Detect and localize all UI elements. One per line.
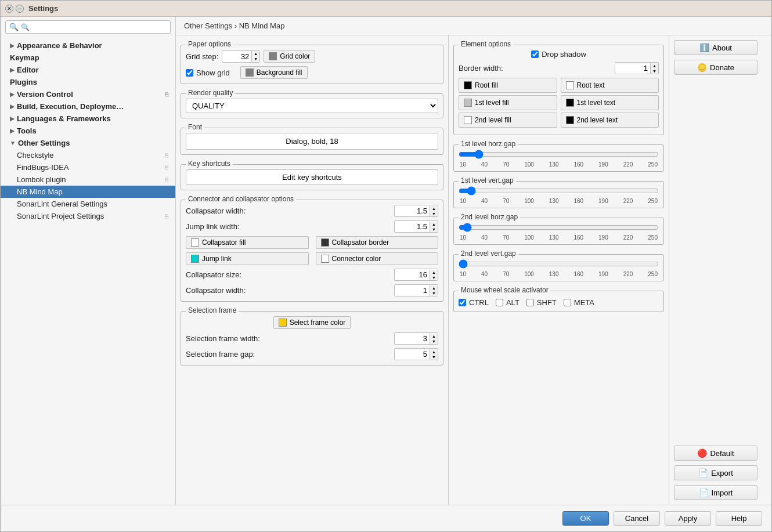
grid-color-button[interactable]: Grid color [264, 50, 315, 63]
export-button[interactable]: 📄 Export [674, 465, 757, 480]
donate-button[interactable]: 🪙 Donate [674, 60, 757, 75]
level2-vert-slider[interactable] [459, 259, 659, 269]
level1-horz-slider[interactable] [459, 150, 659, 159]
border-width-input[interactable] [615, 63, 650, 74]
frame-gap-spinner[interactable]: ▲ ▼ [394, 348, 438, 360]
border-width-up[interactable]: ▲ [651, 63, 658, 68]
collapsator-width2-up[interactable]: ▲ [430, 285, 438, 291]
drop-shadow-row: Drop shadow [459, 50, 659, 59]
level2-fill-button[interactable]: 2nd level fill [459, 113, 557, 128]
root-text-button[interactable]: Root text [561, 78, 659, 93]
sidebar-item-languages[interactable]: ▶ Languages & Frameworks [1, 113, 175, 125]
edit-shortcuts-button[interactable]: Edit key shortcuts [186, 169, 438, 185]
frame-width-spinner[interactable]: ▲ ▼ [394, 332, 438, 345]
collapsator-width-up[interactable]: ▲ [430, 206, 438, 211]
frame-width-up[interactable]: ▲ [430, 334, 438, 339]
sidebar-item-sonarlint-general[interactable]: SonarLint General Settings [1, 198, 175, 210]
sidebar-item-keymap[interactable]: Keymap [1, 52, 175, 64]
drop-shadow-checkbox[interactable] [531, 50, 539, 58]
shft-checkbox-wrap[interactable]: SHFT [526, 298, 557, 307]
grid-step-spinner[interactable]: ▲ ▼ [222, 50, 260, 63]
search-input[interactable] [21, 23, 167, 31]
alt-checkbox-wrap[interactable]: ALT [496, 298, 520, 307]
root-fill-button[interactable]: Root fill [459, 78, 557, 93]
select-frame-color-button[interactable]: Select frame color [273, 316, 351, 329]
collapsator-width2-spinner[interactable]: ▲ ▼ [394, 284, 438, 296]
show-grid-row: Show grid Background fill [186, 66, 438, 79]
ctrl-checkbox-wrap[interactable]: CTRL [459, 298, 489, 307]
shft-checkbox[interactable] [526, 299, 534, 306]
grid-step-input[interactable] [222, 51, 251, 62]
sidebar-item-lombok[interactable]: Lombok plugin ⎘ [1, 173, 175, 186]
copy-icon: ⎘ [165, 213, 168, 219]
arrow-icon: ▶ [10, 91, 15, 97]
sidebar-item-nb-mind-map[interactable]: NB Mind Map [1, 186, 175, 198]
level1-vert-slider[interactable] [459, 186, 659, 196]
grid-step-down[interactable]: ▼ [252, 56, 259, 61]
background-fill-button[interactable]: Background fill [240, 66, 308, 79]
show-grid-checkbox[interactable] [186, 69, 193, 77]
jump-link-width-down[interactable]: ▼ [430, 227, 438, 232]
import-button[interactable]: 📄 Import [674, 485, 757, 500]
default-button[interactable]: 🔴 Default [674, 446, 757, 461]
collapsator-size-input[interactable] [395, 269, 430, 280]
drop-shadow-checkbox-wrap[interactable]: Drop shadow [531, 50, 586, 59]
cancel-button[interactable]: Cancel [614, 511, 660, 526]
minimize-button[interactable]: ─ [16, 5, 24, 13]
collapsator-width-down[interactable]: ▼ [430, 211, 438, 216]
level1-text-label: 1st level text [577, 99, 616, 107]
show-grid-checkbox-wrap[interactable]: Show grid [186, 68, 230, 77]
close-button[interactable]: ✕ [5, 5, 13, 13]
border-width-down[interactable]: ▼ [651, 68, 658, 74]
jump-link-button[interactable]: Jump link [186, 252, 309, 265]
connector-color-button[interactable]: Connector color [316, 252, 439, 265]
sidebar-item-checkstyle[interactable]: Checkstyle ⎘ [1, 149, 175, 161]
collapsator-size-down[interactable]: ▼ [430, 275, 438, 280]
export-label: Export [711, 469, 733, 477]
frame-gap-up[interactable]: ▲ [430, 349, 438, 354]
sidebar-item-findbugs[interactable]: FindBugs-IDEA ⎘ [1, 161, 175, 173]
frame-width-down[interactable]: ▼ [430, 339, 438, 344]
search-box[interactable]: 🔍 [5, 20, 171, 34]
sidebar-item-appearance[interactable]: ▶ Appearance & Behavior [1, 39, 175, 52]
render-quality-select[interactable]: QUALITY SPEED DEFAULT [186, 99, 438, 113]
border-width-spinner[interactable]: ▲ ▼ [615, 62, 659, 74]
collapsator-width-input[interactable] [395, 205, 430, 216]
sidebar-item-version-control[interactable]: ▶ Version Control ⎘ [1, 88, 175, 100]
collapsator-width-spinner[interactable]: ▲ ▼ [394, 205, 438, 217]
default-icon: 🔴 [697, 448, 707, 458]
frame-width-input[interactable] [395, 333, 430, 344]
level2-text-button[interactable]: 2nd level text [561, 113, 659, 128]
ok-button[interactable]: OK [562, 511, 609, 526]
collapsator-fill-button[interactable]: Collapsator fill [186, 236, 309, 249]
collapsator-size-spinner[interactable]: ▲ ▼ [394, 269, 438, 281]
jump-link-width-spinner[interactable]: ▲ ▼ [394, 220, 438, 233]
sidebar-item-other-settings[interactable]: ▼ Other Settings [1, 137, 175, 149]
apply-button[interactable]: Apply [665, 511, 711, 526]
sidebar-item-sonarlint-project[interactable]: SonarLint Project Settings ⎘ [1, 210, 175, 222]
meta-checkbox-wrap[interactable]: META [564, 298, 594, 307]
collapsator-border-button[interactable]: Collapsator border [316, 236, 439, 249]
alt-checkbox[interactable] [496, 299, 503, 306]
frame-gap-input[interactable] [395, 349, 430, 360]
sidebar-item-tools[interactable]: ▶ Tools [1, 125, 175, 137]
sync-icon: ⎘ [165, 91, 168, 97]
level1-text-button[interactable]: 1st level text [561, 95, 659, 110]
about-button[interactable]: ℹ️ About [674, 40, 757, 55]
meta-checkbox[interactable] [564, 299, 571, 306]
collapsator-width2-input[interactable] [395, 285, 430, 296]
level1-fill-button[interactable]: 1st level fill [459, 95, 557, 110]
grid-step-up[interactable]: ▲ [252, 51, 259, 56]
jump-link-width-input[interactable] [395, 221, 430, 232]
ctrl-checkbox[interactable] [459, 299, 466, 306]
connector-options-title: Connector and collapsator options [186, 195, 296, 203]
collapsator-size-up[interactable]: ▲ [430, 270, 438, 275]
jump-link-width-up[interactable]: ▲ [430, 222, 438, 227]
frame-gap-down[interactable]: ▼ [430, 354, 438, 360]
sidebar-item-editor[interactable]: ▶ Editor [1, 64, 175, 76]
help-button[interactable]: Help [716, 511, 762, 526]
sidebar-item-build[interactable]: ▶ Build, Execution, Deployme… [1, 100, 175, 113]
sidebar-item-plugins[interactable]: Plugins [1, 76, 175, 88]
collapsator-width2-down[interactable]: ▼ [430, 291, 438, 296]
level2-horz-slider[interactable] [459, 223, 659, 232]
